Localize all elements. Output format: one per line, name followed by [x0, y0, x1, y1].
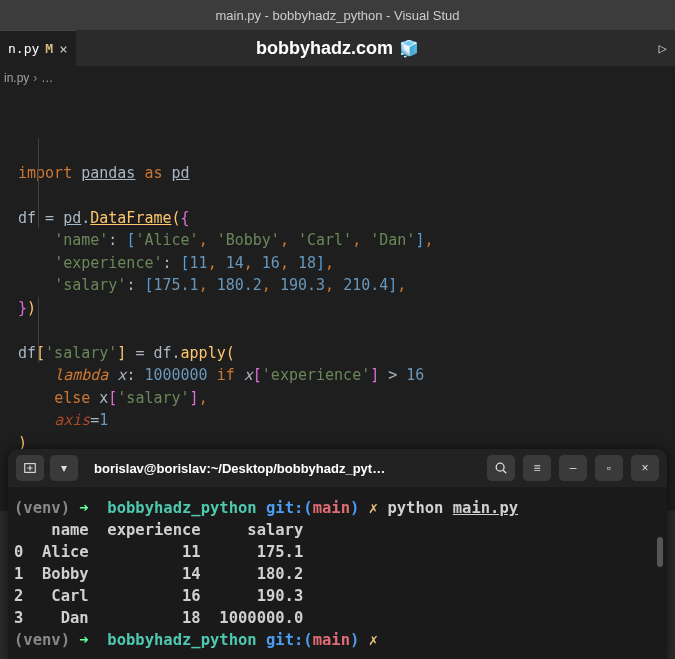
menu-icon[interactable]: ≡	[523, 455, 551, 481]
window-title: main.py - bobbyhadz_python - Visual Stud	[215, 8, 459, 23]
new-tab-button[interactable]	[16, 455, 44, 481]
indent-guide	[38, 297, 39, 363]
maximize-icon[interactable]: ▫	[595, 455, 623, 481]
tab-main-py[interactable]: n.py M ×	[0, 30, 76, 66]
dropdown-icon[interactable]: ▾	[50, 455, 78, 481]
search-icon[interactable]	[487, 455, 515, 481]
terminal-title: borislav@borislav:~/Desktop/bobbyhadz_py…	[94, 461, 481, 476]
window-title-bar: main.py - bobbyhadz_python - Visual Stud	[0, 0, 675, 30]
cube-icon: 🧊	[399, 39, 419, 58]
close-terminal-icon[interactable]: ×	[631, 455, 659, 481]
minimize-icon[interactable]: –	[559, 455, 587, 481]
banner-text: bobbyhadz.com	[256, 38, 393, 59]
terminal-output[interactable]: (venv) ➜ bobbyhadz_python git:(main) ✗ p…	[8, 487, 667, 659]
tab-bar: n.py M × bobbyhadz.com 🧊 ▷	[0, 30, 675, 66]
breadcrumb[interactable]: in.py › …	[0, 66, 675, 90]
banner: bobbyhadz.com 🧊	[256, 38, 419, 59]
svg-point-3	[496, 463, 504, 471]
close-icon[interactable]: ×	[59, 41, 67, 57]
run-icon[interactable]: ▷	[659, 40, 667, 56]
tab-modified-badge: M	[45, 41, 53, 56]
terminal-panel: ▾ borislav@borislav:~/Desktop/bobbyhadz_…	[8, 449, 667, 659]
code-editor[interactable]: import pandas as pd df = pd.DataFrame({ …	[0, 90, 675, 511]
tab-filename: n.py	[8, 41, 39, 56]
terminal-header: ▾ borislav@borislav:~/Desktop/bobbyhadz_…	[8, 449, 667, 487]
svg-line-4	[503, 470, 506, 473]
chevron-right-icon: ›	[33, 71, 37, 85]
breadcrumb-more: …	[41, 71, 53, 85]
scrollbar[interactable]	[657, 537, 663, 567]
breadcrumb-file: in.py	[4, 71, 29, 85]
indent-guide	[38, 138, 39, 228]
